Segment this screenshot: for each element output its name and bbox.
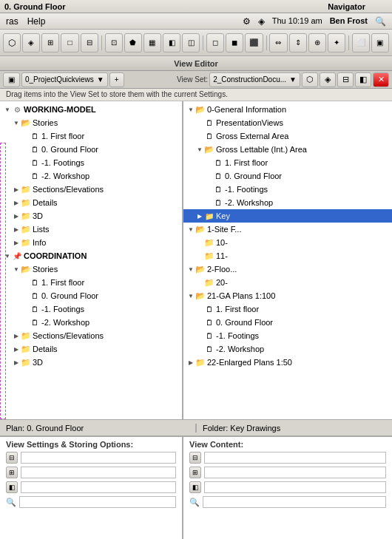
tree-item-gea[interactable]: Gross External Area xyxy=(183,129,392,143)
viewset-close-btn[interactable]: ✕ xyxy=(373,72,389,87)
bottom-input-1[interactable] xyxy=(21,452,176,464)
bottom-icon-1[interactable]: ⊟ xyxy=(6,452,18,464)
tree-item-info1[interactable]: Info xyxy=(0,236,182,249)
search-menubar-icon[interactable]: 🔍 xyxy=(375,16,386,27)
tree-item-ga-work[interactable]: -2. Workshop xyxy=(183,342,392,356)
toolbar-btn-13[interactable]: ⬛ xyxy=(245,33,263,52)
toolbar-btn-12[interactable]: ◼ xyxy=(226,33,243,52)
br-input-1[interactable] xyxy=(204,452,386,464)
tree-item-stories1[interactable]: Stories xyxy=(0,116,182,129)
tree-item-lists1[interactable]: Lists xyxy=(0,223,182,236)
tree-item-footings1[interactable]: -1. Footings xyxy=(0,156,182,169)
tree-item-gla-1st[interactable]: 1. First floor xyxy=(183,156,392,169)
vi1: ⬡ xyxy=(306,75,314,84)
toolbar-btn-18[interactable]: ⬜ xyxy=(352,33,370,52)
toolbar-btn-11[interactable]: ◻ xyxy=(206,33,224,52)
toolbar-btn-9[interactable]: ◧ xyxy=(163,33,180,52)
br-icon-1[interactable]: ⊟ xyxy=(189,452,201,464)
toolbar-btn-5[interactable]: ⊟ xyxy=(81,33,98,52)
tree-item-groundfloor2[interactable]: 0. Ground Floor xyxy=(0,289,182,302)
toolbar-btn-16[interactable]: ⊕ xyxy=(308,33,326,52)
menu-ras[interactable]: ras xyxy=(6,16,18,27)
clock: Thu 10:19 am xyxy=(272,16,322,27)
tree-item-s10[interactable]: 10- xyxy=(183,236,392,249)
br-input-2[interactable] xyxy=(204,467,386,478)
tree-item-sections1[interactable]: Sections/Elevations xyxy=(0,183,182,196)
br-icon-2[interactable]: ⊞ xyxy=(189,467,201,478)
tree-item-sections2[interactable]: Sections/Elevations xyxy=(0,329,182,342)
toolbar-btn-3[interactable]: ⊞ xyxy=(41,33,59,52)
tree-item-key[interactable]: 📁 Key xyxy=(183,209,392,223)
viewset-icon-4[interactable]: ◧ xyxy=(355,72,371,87)
viewset-icon-1[interactable]: ⬡ xyxy=(302,72,318,87)
tree-item-footings2[interactable]: -1. Footings xyxy=(0,302,182,316)
toolbar-btn-2[interactable]: ◈ xyxy=(22,33,40,52)
toolbar-btn-7[interactable]: ⬟ xyxy=(124,33,142,52)
toolbar-btn-4[interactable]: □ xyxy=(61,33,78,52)
tree-item-1stfloor2[interactable]: 1. First floor xyxy=(0,276,182,289)
right-tree: 0-General Information PresentationViews … xyxy=(183,101,392,370)
tree-item-ga21[interactable]: 21-GA Plans 1:100 xyxy=(183,289,392,302)
viewset-icon-2[interactable]: ◈ xyxy=(320,72,336,87)
tree-item-s11[interactable]: 11- xyxy=(183,249,392,262)
toolbar-btn-17[interactable]: ✦ xyxy=(328,33,345,52)
tree-item-workshop1[interactable]: -2. Workshop xyxy=(0,169,182,183)
left-add-btn[interactable]: + xyxy=(109,72,124,87)
toolbar-btn-15[interactable]: ⇕ xyxy=(289,33,307,52)
tree-item-working-model[interactable]: WORKING-MODEL xyxy=(0,103,182,116)
tree-item-3d1[interactable]: 3D xyxy=(0,209,182,223)
ga0-icon xyxy=(204,317,214,328)
toolbar-btn-14[interactable]: ⇔ xyxy=(269,33,287,52)
right-dropdown[interactable]: 2_ConstructionDocu... ▼ xyxy=(209,72,300,87)
br-row-search: 🔍 xyxy=(189,496,386,508)
tree-item-gen-info[interactable]: 0-General Information xyxy=(183,103,392,116)
toolbar-btn-8[interactable]: ▦ xyxy=(143,33,161,52)
left-tree-scroll[interactable]: WORKING-MODEL Stories 1. First floor xyxy=(0,101,182,419)
tree-item-details1[interactable]: Details xyxy=(0,196,182,209)
tree-item-floor2[interactable]: 2-Floo... xyxy=(183,262,392,276)
tree-item-pres-views[interactable]: PresentationViews xyxy=(183,116,392,129)
bottom-search-input[interactable] xyxy=(19,496,176,508)
tree-item-gla-foot[interactable]: -1. Footings xyxy=(183,183,392,196)
foot1-icon xyxy=(30,157,40,168)
bottom-icon-2[interactable]: ⊞ xyxy=(6,467,18,478)
tree-item-stories2[interactable]: Stories xyxy=(0,262,182,276)
tree-item-coordination[interactable]: COORDINATION xyxy=(0,249,182,262)
tree-item-gla-gnd[interactable]: 0. Ground Floor xyxy=(183,169,392,183)
status-right: Folder: Key Drawings xyxy=(197,424,392,433)
right-tree-scroll[interactable]: 0-General Information PresentationViews … xyxy=(183,101,392,419)
bottom-row-1: ⊟ xyxy=(6,452,176,464)
left-dropdown[interactable]: 0_ProjectQuickviews ▼ xyxy=(21,72,108,87)
status-plan-label: Plan: 0. Ground Floor xyxy=(6,424,84,433)
tree-item-gla[interactable]: Gross Lettable (Int.) Area xyxy=(183,143,392,156)
tree-item-site[interactable]: 1-Site F... xyxy=(183,223,392,236)
tree-item-ga-gnd[interactable]: 0. Ground Floor xyxy=(183,316,392,329)
br-icon-3[interactable]: ◧ xyxy=(189,481,201,493)
tree-item-gla-work[interactable]: -2. Workshop xyxy=(183,196,392,209)
toolbar-btn-10[interactable]: ◫ xyxy=(182,33,200,52)
tree-item-ga22[interactable]: 22-Enlarged Plans 1:50 xyxy=(183,356,392,369)
tree-item-ga-foot[interactable]: -1. Footings xyxy=(183,329,392,342)
toolbar-btn-19[interactable]: ▣ xyxy=(371,33,389,52)
toolbar-btn-6[interactable]: ⊡ xyxy=(105,33,123,52)
left-panel-icon-btn[interactable]: ▣ xyxy=(3,72,20,87)
window-label-bar: 0. Ground Floor Navigator xyxy=(0,0,392,13)
tree-item-f20[interactable]: 20- xyxy=(183,276,392,289)
viewset-icon-3[interactable]: ⊟ xyxy=(337,72,354,87)
bottom-input-2[interactable] xyxy=(21,467,176,478)
tree-item-workshop2[interactable]: -2. Workshop xyxy=(0,316,182,329)
left-dropdown-arrow: ▼ xyxy=(97,75,104,84)
tree-item-details2[interactable]: Details xyxy=(0,342,182,356)
br-search-input[interactable] xyxy=(203,496,386,508)
tree-item-groundfloor1[interactable]: 0. Ground Floor xyxy=(0,143,182,156)
bottom-input-3[interactable] xyxy=(21,481,176,493)
foot2-icon xyxy=(30,304,40,314)
bottom-icon-3[interactable]: ◧ xyxy=(6,481,18,493)
toolbar-btn-1[interactable]: ⬡ xyxy=(3,33,21,52)
tree-item-3d2[interactable]: 3D xyxy=(0,356,182,369)
br-input-3[interactable] xyxy=(204,481,386,493)
tree-item-1stfloor[interactable]: 1. First floor xyxy=(0,129,182,143)
tree-item-ga-1st[interactable]: 1. First floor xyxy=(183,302,392,316)
gea-label: Gross External Area xyxy=(216,132,288,140)
menu-help[interactable]: Help xyxy=(27,16,46,27)
